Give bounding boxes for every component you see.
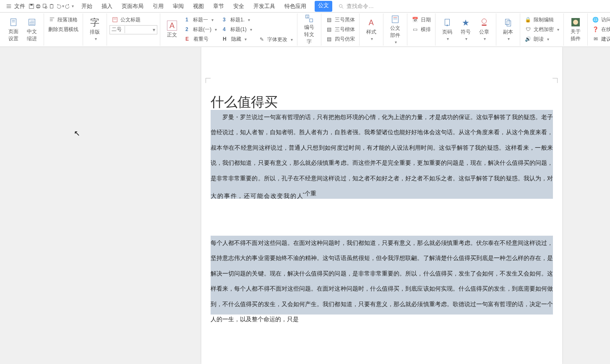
kai3-icon: ▤	[326, 26, 333, 33]
h1-label: 标题一	[193, 16, 208, 23]
group-page: 页面设置 中文缩进	[2, 13, 44, 46]
margin-mark-tl	[206, 78, 211, 83]
tab-start[interactable]: 开始	[81, 1, 93, 12]
styles-icon: A	[366, 18, 376, 28]
font-size-dropdown-icon[interactable]: ▾	[125, 27, 157, 33]
date-icon: 📅	[412, 16, 419, 23]
cn-indent-button[interactable]: 中文缩进	[23, 15, 41, 44]
tab-chapter[interactable]: 章节	[212, 1, 225, 12]
tab-devtools[interactable]: 开发工具	[253, 1, 276, 12]
num-to-text-icon: 1.	[304, 14, 314, 23]
h1paren-label: 标题(1)	[230, 26, 247, 33]
undo-icon[interactable]	[55, 3, 61, 9]
svg-rect-7	[50, 4, 53, 8]
tab-gongwen[interactable]: 公文	[315, 1, 332, 12]
tab-special[interactable]: 特色应用	[284, 1, 307, 12]
globe-icon: 🌐	[592, 16, 600, 23]
read-button[interactable]: 🔊朗读	[523, 34, 561, 44]
symbol-icon: ★	[461, 18, 471, 28]
stamp-button[interactable]: 公章	[475, 15, 493, 44]
command-search[interactable]: 查找命令…	[337, 3, 374, 10]
tab-layout[interactable]: 页面布局	[121, 1, 144, 12]
tab-reference[interactable]: 引用	[152, 1, 164, 12]
hei3-button[interactable]: ▤三号黑体	[324, 15, 357, 24]
doc-parts-button[interactable]: 公文部件	[386, 15, 404, 44]
limit-edit-button[interactable]: 🔒限制编辑	[523, 15, 561, 24]
hide-button[interactable]: H 隐藏	[221, 34, 254, 44]
accent-label: 着重号	[193, 36, 209, 43]
unselected-gap[interactable]	[211, 199, 553, 235]
mouse-cursor-icon: ↖	[74, 129, 80, 138]
date-button[interactable]: 📅日期	[410, 15, 433, 24]
redo-dropdown[interactable]: ▾	[72, 4, 74, 8]
search-placeholder: 查找命令…	[347, 3, 374, 10]
group-typeset: 字 排版	[83, 13, 107, 46]
body-text-label: 正文	[167, 31, 177, 39]
h1paren-button[interactable]: 4 标题(1)	[221, 25, 254, 34]
hamburger-icon	[5, 3, 13, 10]
symbol-button[interactable]: ★ 符号	[456, 15, 475, 44]
h1dot-button[interactable]: 3 标题1.	[221, 15, 254, 24]
para-top-button[interactable]: 段落顶格	[47, 15, 80, 24]
doc-parts-label: 公文部件	[388, 25, 402, 45]
symbol-label: 符号	[459, 29, 472, 42]
about-plugin-button[interactable]: 关于插件	[566, 15, 585, 44]
feedback-button[interactable]: ✉建议反馈	[590, 34, 610, 44]
feedback-label: 建议反馈	[601, 36, 610, 43]
online-help-button[interactable]: ❓在线帮助	[590, 25, 610, 34]
document-canvas[interactable]: ↖ 什么值得买 罗曼・罗兰说过一句富有哲理的话，只有把抱怨环境的心情，化为上进的…	[0, 47, 610, 364]
body-text-button[interactable]: A 正文	[163, 15, 181, 44]
svg-point-36	[573, 20, 578, 25]
doc-parts-icon	[390, 15, 400, 24]
h1s-label: 标题(一)	[193, 26, 211, 33]
tab-security[interactable]: 安全	[232, 1, 245, 12]
paste-icon[interactable]	[49, 3, 55, 9]
hei3-icon: ▤	[326, 16, 333, 23]
font-size-combo[interactable]: 二号 ▾	[109, 25, 157, 34]
doc-title-button[interactable]: 公文标题	[109, 15, 157, 24]
pagenum-button[interactable]: # 页码	[438, 15, 456, 44]
svg-rect-33	[505, 19, 509, 25]
margin-mark-tr	[553, 78, 558, 83]
visit-site-label: 访问网站	[601, 16, 610, 23]
group-title-font: 公文标题 二号 ▾	[107, 13, 160, 46]
doc-title-icon	[111, 16, 119, 23]
print-icon[interactable]	[35, 3, 41, 9]
print-preview-icon[interactable]	[42, 3, 48, 9]
date-label: 日期	[421, 16, 431, 23]
stamp-icon	[479, 18, 489, 28]
num-to-text-button[interactable]: 1. 编号转文字	[300, 15, 318, 44]
fs4-button[interactable]: ▤四号仿宋	[324, 34, 357, 44]
copy-button[interactable]: 副本	[499, 15, 517, 44]
visit-site-button[interactable]: 🌐访问网站	[590, 15, 610, 24]
svg-rect-3	[37, 4, 39, 5]
page-setup-label: 页面设置	[7, 28, 20, 42]
font-change-button[interactable]: ✎ 字体更改	[256, 35, 295, 44]
h1-button[interactable]: 1 标题一	[184, 15, 219, 24]
help-icon: ❓	[592, 26, 600, 33]
undo-dropdown[interactable]: ▾	[62, 4, 64, 8]
h1s-button[interactable]: 2 标题(一)	[184, 25, 219, 34]
accent-button[interactable]: E 着重号	[184, 34, 219, 44]
redo-icon[interactable]	[65, 3, 71, 9]
kai3-button[interactable]: ▤三号楷体	[324, 25, 357, 34]
page-setup-button[interactable]: 页面设置	[4, 15, 23, 44]
file-menu[interactable]: 文件	[3, 1, 28, 12]
typeset-icon: 字	[90, 18, 100, 28]
save-icon[interactable]	[29, 3, 34, 9]
hengpai-label: 横排	[421, 26, 431, 33]
encrypt-button[interactable]: 🛡文档加密	[523, 25, 561, 34]
delete-header-line-button[interactable]: 删除页眉横线	[47, 25, 80, 34]
typeset-button[interactable]: 字 排版	[86, 15, 104, 44]
paragraph-1-selected[interactable]: 罗曼・罗兰说过一句富有哲理的话，只有把抱怨环境的心情，化为上进的力量，才是成功的…	[211, 110, 553, 199]
paragraph-2-selected[interactable]: 每个人都不得不面对这些问题。在面对这种问题时，我们都知道，只要有意义，那么就必须…	[211, 236, 553, 315]
tab-view[interactable]: 视图	[192, 1, 205, 12]
read-label: 朗读	[534, 36, 544, 43]
document-title[interactable]: 什么值得买	[211, 93, 278, 112]
hengpai-button[interactable]: ▭横排	[410, 25, 433, 34]
tab-review[interactable]: 审阅	[172, 1, 185, 12]
search-icon	[337, 3, 345, 10]
tab-insert[interactable]: 插入	[101, 1, 113, 12]
typeset-label: 排版	[88, 29, 102, 42]
styles-button[interactable]: A 样式	[362, 15, 381, 44]
